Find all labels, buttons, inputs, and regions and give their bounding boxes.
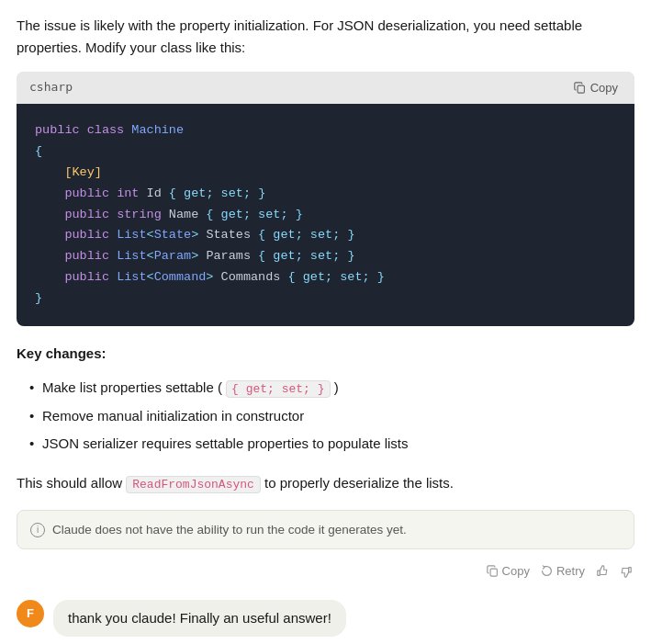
retry-icon — [541, 565, 553, 577]
retry-label: Retry — [556, 564, 585, 578]
list-item-text-2: Remove manual initialization in construc… — [42, 408, 304, 424]
list-item-text-1: Make list properties settable ( — [42, 379, 226, 395]
bullet-list: Make list properties settable ( { get; s… — [17, 374, 634, 458]
inline-code-settable: { get; set; } — [226, 380, 330, 398]
changes-heading: Key changes: — [17, 343, 634, 365]
svg-rect-1 — [490, 569, 497, 576]
copy-response-icon — [487, 565, 499, 577]
user-avatar: F — [17, 600, 44, 627]
user-message-row: F thank you claude! Finally an useful an… — [17, 600, 634, 637]
thumbs-down-button[interactable] — [620, 565, 633, 578]
svg-rect-2 — [598, 571, 600, 575]
list-item: JSON serializer requires settable proper… — [26, 430, 634, 458]
svg-rect-3 — [629, 568, 632, 572]
code-area: public class Machine { [Key] public int … — [17, 104, 634, 326]
notice-bar: i Claude does not have the ability to ru… — [17, 510, 634, 550]
info-icon: i — [30, 523, 45, 537]
copy-code-label: Copy — [590, 81, 618, 95]
thumbs-up-button[interactable] — [596, 565, 609, 578]
list-item-text-3: JSON serializer requires settable proper… — [42, 435, 409, 451]
copy-response-label: Copy — [502, 564, 530, 578]
user-bubble: thank you claude! Finally an useful answ… — [53, 600, 346, 637]
notice-text: Claude does not have the ability to run … — [52, 520, 407, 540]
copy-icon — [574, 82, 586, 94]
thumbs-up-icon — [596, 565, 609, 578]
list-item: Make list properties settable ( { get; s… — [26, 374, 634, 402]
intro-text: The issue is likely with the property in… — [17, 15, 634, 59]
retry-button[interactable]: Retry — [541, 564, 585, 578]
svg-rect-0 — [578, 85, 584, 93]
copy-response-button[interactable]: Copy — [487, 564, 530, 578]
thumbs-down-icon — [620, 565, 633, 578]
list-item-text-1b: ) — [331, 379, 339, 395]
action-bar: Copy Retry — [17, 559, 634, 583]
code-block-header: csharp Copy — [17, 72, 634, 104]
copy-code-button[interactable]: Copy — [570, 79, 622, 96]
list-item: Remove manual initialization in construc… — [26, 402, 634, 430]
code-lang-label: csharp — [29, 78, 73, 97]
code-pre: public class Machine { [Key] public int … — [35, 120, 616, 310]
summary-text: This should allow ReadFromJsonAsync to p… — [17, 472, 634, 495]
summary-suffix: to properly deserialize the lists. — [261, 475, 454, 491]
summary-method: ReadFromJsonAsync — [126, 476, 261, 493]
summary-prefix: This should allow — [17, 475, 126, 491]
code-block-wrapper: csharp Copy public class Machine { [Key]… — [17, 72, 634, 326]
